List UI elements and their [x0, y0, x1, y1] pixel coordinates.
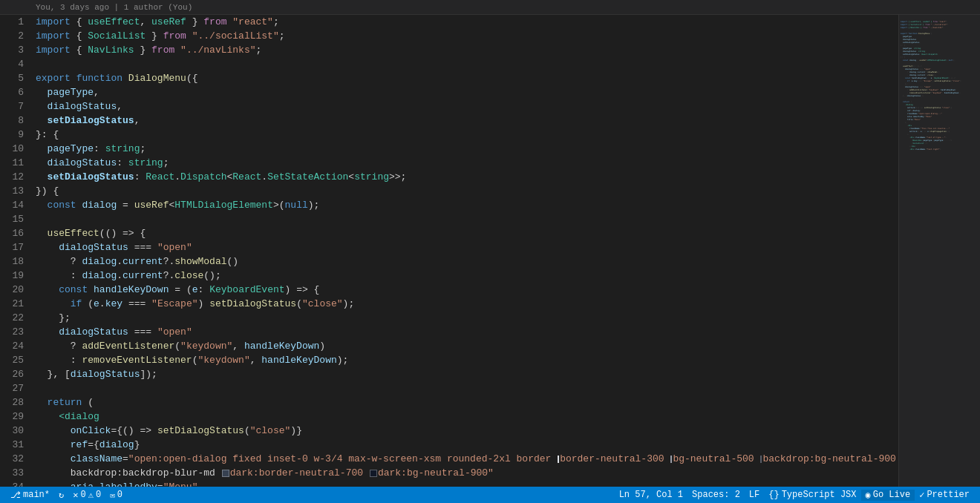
code-line: }, [dialogStatus]);: [36, 367, 898, 381]
code-line: dialogStatus === "open": [36, 240, 898, 254]
code-line: const handleKeyDown = (e: KeyboardEvent)…: [36, 283, 898, 297]
code-line: [36, 212, 898, 226]
editor-area: 1 2 3 4 5 6 7 8 9 10 11 12 13 14 15 16 1…: [0, 15, 980, 487]
code-line: dialogStatus: string;: [36, 156, 898, 170]
code-line: }: {: [36, 128, 898, 142]
go-live-icon: ◉: [866, 490, 871, 501]
code-line: onClick={() => setDialogStatus("close")}: [36, 424, 898, 438]
code-editor[interactable]: import { useEffect, useRef } from "react…: [30, 15, 898, 487]
code-line: }) {: [36, 184, 898, 198]
go-live-label: Go Live: [873, 490, 910, 500]
code-line: import { useEffect, useRef } from "react…: [36, 15, 898, 29]
spaces-label: Spaces: 2: [692, 490, 740, 500]
status-right: Ln 57, Col 1 Spaces: 2 LF {} TypeScript …: [615, 490, 974, 501]
code-line: };: [36, 311, 898, 325]
code-line: dialogStatus,: [36, 99, 898, 114]
language-item[interactable]: {} TypeScript JSX: [764, 490, 860, 500]
prettier-button[interactable]: ✓ Prettier: [915, 490, 974, 501]
top-bar: You, 3 days ago | 1 author (You): [0, 0, 980, 15]
code-line: pageType: string;: [36, 142, 898, 156]
code-line: return (: [36, 395, 898, 410]
info-icon: ✉: [110, 490, 115, 500]
code-line: import { SocialList } from "../socialLis…: [36, 29, 898, 43]
code-line: <dialog: [36, 410, 898, 424]
code-line: setDialogStatus,: [36, 114, 898, 128]
code-line: ? addEventListener("keydown", handleKeyD…: [36, 339, 898, 353]
go-live-button[interactable]: ◉ Go Live: [861, 490, 915, 501]
error-count: 0: [80, 490, 85, 500]
code-line: [36, 381, 898, 395]
indentation-item[interactable]: Spaces: 2: [687, 490, 745, 500]
encoding-label: LF: [749, 490, 760, 500]
status-bar: ⎇ main* ↻ ✕ 0 ⚠ 0 ✉ 0 Ln 57, Col 1 Space…: [0, 487, 980, 503]
git-branch-label: main*: [23, 490, 50, 500]
minimap[interactable]: import { useEffect, useRef } from "react…: [898, 15, 980, 487]
check-icon: ✓: [919, 490, 924, 501]
code-line: dialogStatus === "open": [36, 325, 898, 339]
code-line: import { NavLinks } from "../navLinks";: [36, 43, 898, 57]
encoding-item[interactable]: LF: [745, 490, 764, 500]
code-line: pageType,: [36, 85, 898, 99]
sync-button[interactable]: ↻: [54, 490, 68, 501]
info-item[interactable]: ✉ 0: [105, 490, 127, 500]
position-label: Ln 57, Col 1: [619, 490, 683, 500]
code-line: export function DialogMenu({: [36, 71, 898, 85]
language-label: TypeScript JSX: [782, 490, 857, 500]
code-line: if (e.key === "Escape") setDialogStatus(…: [36, 297, 898, 311]
code-line: setDialogStatus: React.Dispatch<React.Se…: [36, 170, 898, 184]
info-count: 0: [117, 490, 122, 500]
code-line: backdrop:backdrop-blur-md dark:border-ne…: [36, 466, 898, 480]
warning-count: 0: [96, 490, 101, 500]
cursor-position[interactable]: Ln 57, Col 1: [615, 490, 687, 500]
code-line: aria-labelledby="Menu": [36, 480, 898, 487]
code-line: className="open:open-dialog fixed inset-…: [36, 452, 898, 466]
sync-icon: ↻: [59, 490, 64, 501]
error-icon: ✕: [73, 490, 78, 501]
minimap-content: import { useEffect, useRef } from "react…: [899, 15, 980, 157]
code-line: [36, 57, 898, 71]
author-info: You, 3 days ago | 1 author (You): [36, 3, 192, 12]
warning-icon: ⚠: [88, 490, 94, 501]
language-icon: {}: [768, 490, 779, 500]
status-left: ⎇ main* ↻ ✕ 0 ⚠ 0 ✉ 0: [6, 490, 127, 501]
git-branch-item[interactable]: ⎇ main*: [6, 490, 54, 501]
code-line: useEffect(() => {: [36, 226, 898, 240]
line-numbers: 1 2 3 4 5 6 7 8 9 10 11 12 13 14 15 16 1…: [0, 15, 30, 487]
code-line: ? dialog.current?.showModal(): [36, 254, 898, 269]
code-line: const dialog = useRef<HTMLDialogElement>…: [36, 198, 898, 212]
prettier-label: Prettier: [927, 490, 970, 500]
code-line: ref={dialog}: [36, 438, 898, 452]
errors-item[interactable]: ✕ 0 ⚠ 0: [68, 490, 105, 501]
code-line: : dialog.current?.close();: [36, 269, 898, 283]
git-branch-icon: ⎇: [10, 490, 21, 501]
code-line: : removeEventListener("keydown", handleK…: [36, 353, 898, 367]
